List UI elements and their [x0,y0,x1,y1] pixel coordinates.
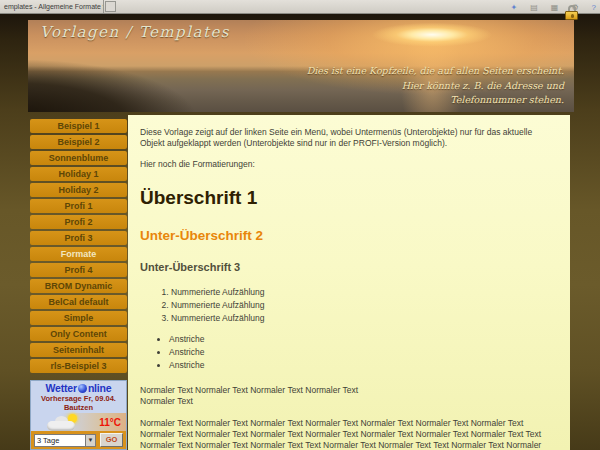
page-background: Vorlagen / Templates Dies ist eine Kopfz… [0,14,600,450]
tagline-line-1: Dies ist eine Kopfzeile, die auf allen S… [307,64,564,79]
intro-paragraph: Diese Vorlage zeigt auf der linken Seite… [140,127,558,150]
main-content: Diese Vorlage zeigt auf der linken Seite… [128,115,570,450]
feeds-icon[interactable]: ✦ [511,3,518,12]
sidebar-item-profi-4[interactable]: Profi 4 [30,263,127,277]
wetteronline-logo[interactable]: Wetternline [31,382,126,394]
sidebar-item-brom-dynamic[interactable]: BROM Dynamic [30,279,127,293]
heading-2: Unter-Überschrift 2 [140,227,558,245]
header-tagline: Dies ist eine Kopfzeile, die auf allen S… [307,64,564,108]
forecast-date-label: Vorhersage Fr, 09.04. [31,394,126,403]
sidebar-menu: Beispiel 1 Beispiel 2 Sonnenblume Holida… [30,119,127,375]
numbered-list: Nummerierte Aufzählung Nummerierte Aufzä… [140,286,558,324]
sidebar-item-profi-2[interactable]: Profi 2 [30,215,127,229]
browser-toolbar: ✦ ▤ ▦ ⚙ ? [511,1,596,13]
page-title: Vorlagen / Templates [40,23,230,41]
sidebar-item-only-content[interactable]: Only Content [30,327,127,341]
tagline-line-3: Telefonnummer stehen. [307,93,564,108]
sidebar-item-profi-1[interactable]: Profi 1 [30,199,127,213]
short-paragraph-line-1: Normaler Text Normaler Text Normaler Tex… [140,385,358,395]
formats-label: Hier noch die Formatierungen: [140,159,558,170]
weather-controls: 3 Tage ▼ GO [31,431,126,449]
help-icon[interactable]: ? [592,3,596,12]
range-select-value[interactable]: 3 Tage [35,435,85,446]
sidebar-item-simple[interactable]: Simple [30,311,127,325]
weather-widget: Wetternline Vorhersage Fr, 09.04. Bautze… [30,380,127,450]
short-paragraph-line-2: Normaler Text [140,396,193,406]
sidebar-item-rls-beispiel-3[interactable]: rls-Beispiel 3 [30,359,127,373]
long-paragraph: Normaler Text Normaler Text Normaler Tex… [140,418,558,450]
sidebar-item-holiday-2[interactable]: Holiday 2 [30,183,127,197]
sidebar-item-beispiel-2[interactable]: Beispiel 2 [30,135,127,149]
logo-text-prefix: Wetter [46,382,77,394]
chevron-down-icon[interactable]: ▼ [85,435,95,446]
sidebar-item-beispiel-1[interactable]: Beispiel 1 [30,119,127,133]
temperature-value: 11°C [99,417,121,428]
partly-cloudy-icon [45,414,81,432]
short-paragraph: Normaler Text Normaler Text Normaler Tex… [140,385,558,408]
bullet-list-item: Anstriche [169,359,558,372]
go-button[interactable]: GO [100,433,123,447]
page-icon[interactable]: ▦ [551,3,559,12]
bullet-list-item: Anstriche [169,346,558,359]
forecast-city-label: Bautzen [31,403,126,412]
range-select[interactable]: 3 Tage ▼ [34,434,96,447]
numbered-list-item: Nummerierte Aufzählung [171,312,558,325]
heading-1: Überschrift 1 [140,185,558,211]
globe-icon [78,384,87,393]
bullet-list-item: Anstriche [169,333,558,346]
lock-body [565,11,578,20]
sidebar-item-profi-3[interactable]: Profi 3 [30,231,127,245]
browser-tab-stub[interactable] [105,1,116,12]
sidebar-item-formate[interactable]: Formate [30,247,127,261]
cloud-base [47,421,75,431]
numbered-list-item: Nummerierte Aufzählung [171,299,558,312]
browser-titlebar: emplates - Allgemeine Formate für Texte … [0,0,600,14]
sidebar-item-seiteninhalt[interactable]: Seiteninhalt [30,343,127,357]
security-lock-icon[interactable] [565,5,578,21]
numbered-list-item: Nummerierte Aufzählung [171,286,558,299]
browser-tab-title[interactable]: emplates - Allgemeine Formate für Texte … [0,0,104,13]
sidebar-item-holiday-1[interactable]: Holiday 1 [30,167,127,181]
tagline-line-2: Hier könnte z. B. die Adresse und [307,79,564,94]
heading-3: Unter-Überschrift 3 [140,260,558,275]
print-icon[interactable]: ▤ [530,3,538,12]
logo-text-suffix: nline [88,382,112,394]
sidebar-item-sonnenblume[interactable]: Sonnenblume [30,151,127,165]
bullet-list: Anstriche Anstriche Anstriche [140,333,558,371]
sidebar-item-belcal-default[interactable]: BelCal default [30,295,127,309]
header-banner: Vorlagen / Templates Dies ist eine Kopfz… [28,20,574,112]
